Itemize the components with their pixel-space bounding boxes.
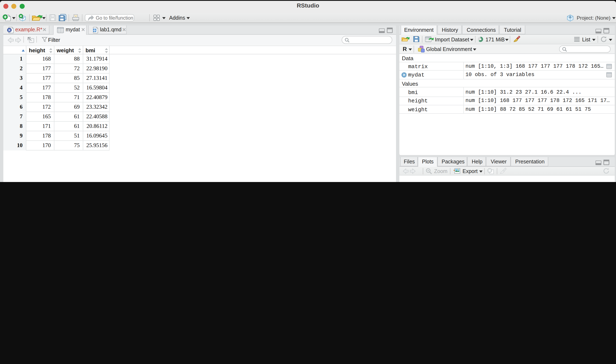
svg-text:R: R — [8, 28, 11, 32]
svg-text:R: R — [569, 15, 572, 19]
